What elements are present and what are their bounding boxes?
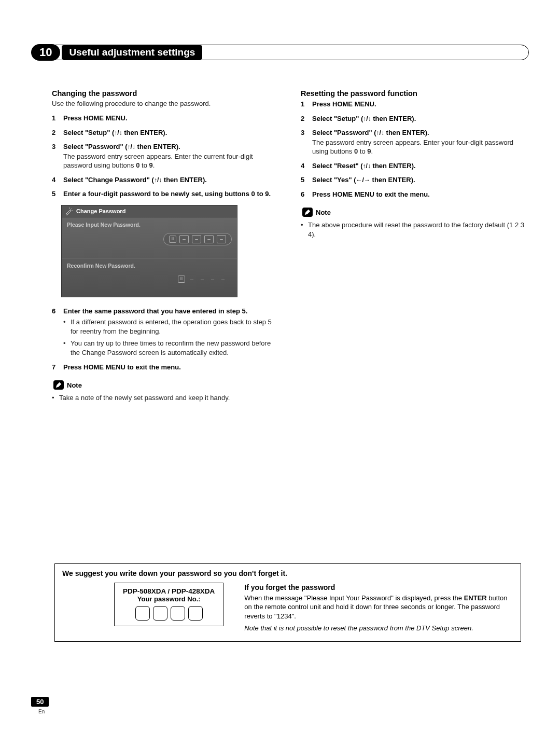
page-number: 50 — [31, 697, 49, 707]
step-text: Select "Change Password" ( — [63, 176, 154, 184]
step-note: The password entry screen appears. Enter… — [63, 152, 280, 170]
osd-label-reconfirm: Reconfirm New Password. — [67, 263, 232, 269]
resetting-password-heading: Resetting the password function — [301, 89, 529, 98]
osd-label-new: Please Input New Password. — [67, 222, 232, 228]
chapter-header: 10 Useful adjustment settings — [31, 44, 529, 61]
step-6-bullets: If a different password is entered, the … — [63, 318, 280, 357]
step-2: Select "Setup" (↑/↓ then ENTER). — [301, 114, 529, 123]
step-3: Select "Password" (↑/↓ then ENTER). The … — [301, 128, 529, 156]
step-5: Enter a four-digit password to be newly … — [52, 189, 280, 199]
step-text: Press HOME MENU. — [312, 100, 376, 108]
your-password-label: Your password No.: — [123, 595, 215, 603]
forget-body: When the message "Please Input Your Pass… — [244, 594, 513, 621]
note-item: The above procedure will reset the passw… — [301, 221, 529, 239]
write-down-password-box: We suggest you write down your password … — [54, 563, 521, 642]
osd-new-password-section: Please Input New Password. ⠿ – – – – — [62, 217, 237, 258]
password-card: PDP-508XDA / PDP-428XDA Your password No… — [114, 583, 223, 626]
password-write-boxes — [123, 606, 215, 621]
password-dash: – — [219, 276, 227, 282]
up-down-arrows-icon: ↑/↓ — [376, 129, 384, 136]
left-column: Changing the password Use the following … — [52, 89, 280, 403]
digit-box — [188, 606, 203, 621]
password-digit-box: – — [204, 235, 214, 243]
changing-password-steps-cont: Enter the same password that you have en… — [52, 307, 280, 371]
forget-note: Note that it is not possible to reset th… — [244, 624, 513, 633]
step-text: Select "Reset" ( — [312, 162, 363, 170]
change-password-osd: Change Password Please Input New Passwor… — [61, 205, 237, 297]
model-label: PDP-508XDA / PDP-428XDA — [123, 587, 215, 595]
password-dash: – — [199, 276, 206, 282]
password-dash: – — [188, 276, 195, 282]
step-after: then ENTER). — [370, 176, 415, 184]
password-input-row: ⠿ – – – – — [163, 233, 232, 245]
password-reconfirm-row: ⠿ – – – – — [173, 274, 232, 284]
step-text: Enter the same password that you have en… — [63, 307, 247, 315]
note-text: Note — [67, 381, 82, 389]
step-after: then ENTER). — [162, 176, 207, 184]
page-language: En — [38, 709, 45, 714]
resetting-password-steps: Press HOME MENU. Select "Setup" (↑/↓ the… — [301, 100, 529, 199]
note-text: Note — [316, 209, 331, 216]
password-digit-box: – — [179, 235, 189, 243]
changing-password-steps: Press HOME MENU. Select "Setup" (↑/↓ the… — [52, 114, 280, 199]
step-text: Enter a four-digit password to be newly … — [63, 190, 271, 198]
note-item: Take a note of the newly set password an… — [52, 393, 280, 403]
step-text: Select "Setup" ( — [312, 115, 363, 122]
digit-box — [153, 606, 167, 621]
osd-title: Change Password — [76, 208, 125, 214]
digit-box — [135, 606, 150, 621]
up-down-arrows-icon: ↑/↓ — [363, 162, 371, 170]
step-after: then ENTER). — [371, 115, 416, 122]
bullet: You can try up to three times to reconfi… — [63, 339, 280, 357]
step-note: The password entry screen appears. Enter… — [312, 138, 529, 156]
chapter-number-badge: 10 — [31, 44, 60, 61]
chapter-title: Useful adjustment settings — [62, 45, 202, 60]
note-label: Note — [301, 207, 332, 217]
step-after: then ENTER). — [371, 162, 416, 170]
pencil-icon — [302, 208, 313, 217]
password-dash: – — [209, 276, 216, 282]
step-text: Press HOME MENU to exit the menu. — [63, 363, 181, 371]
step-2: Select "Setup" (↑/↓ then ENTER). — [52, 128, 280, 137]
password-digit-box: – — [192, 235, 201, 243]
pencil-icon — [53, 380, 64, 390]
keypad-icon: ⠿ — [169, 236, 176, 243]
bullet: If a different password is entered, the … — [63, 318, 280, 336]
step-text: Select "Password" ( — [63, 143, 128, 150]
note-block-left: Note Take a note of the newly set passwo… — [52, 380, 280, 403]
step-3: Select "Password" (↑/↓ then ENTER). The … — [52, 142, 280, 170]
step-text: Select "Yes" ( — [312, 176, 356, 184]
forget-title: If you forget the password — [244, 583, 513, 593]
step-after: then ENTER). — [135, 143, 180, 150]
step-4: Select "Reset" (↑/↓ then ENTER). — [301, 161, 529, 171]
digit-box — [171, 606, 185, 621]
right-column: Resetting the password function Press HO… — [301, 89, 529, 403]
forget-password-col: If you forget the password When the mess… — [244, 583, 513, 633]
changing-password-heading: Changing the password — [52, 89, 280, 98]
step-text: Select "Setup" ( — [63, 129, 114, 136]
note-list: Take a note of the newly set password an… — [52, 393, 280, 403]
note-label: Note — [52, 380, 83, 390]
keypad-icon: ⠿ — [178, 276, 185, 283]
step-after: then ENTER). — [384, 129, 429, 136]
step-text: Select "Password" ( — [312, 129, 376, 136]
up-down-arrows-icon: ↑/↓ — [154, 176, 162, 184]
step-5: Select "Yes" (←/→ then ENTER). — [301, 175, 529, 185]
left-right-arrows-icon: ←/→ — [356, 176, 370, 184]
osd-header: Change Password — [62, 205, 237, 217]
up-down-arrows-icon: ↑/↓ — [128, 143, 135, 150]
step-7: Press HOME MENU to exit the menu. — [52, 363, 280, 372]
step-1: Press HOME MENU. — [52, 114, 280, 123]
suggest-title: We suggest you write down your password … — [62, 569, 513, 577]
up-down-arrows-icon: ↑/↓ — [363, 115, 371, 122]
note-block-right: Note The above procedure will reset the … — [301, 207, 529, 239]
note-list: The above procedure will reset the passw… — [301, 221, 529, 239]
step-6: Press HOME MENU to exit the menu. — [301, 190, 529, 199]
up-down-arrows-icon: ↑/↓ — [114, 129, 122, 136]
chapter-title-wrap: Useful adjustment settings — [49, 45, 529, 60]
changing-password-intro: Use the following procedure to change th… — [52, 100, 280, 107]
step-after: then ENTER). — [122, 129, 167, 136]
wand-icon — [65, 207, 73, 215]
step-1: Press HOME MENU. — [301, 100, 529, 109]
password-digit-box: – — [217, 235, 226, 243]
